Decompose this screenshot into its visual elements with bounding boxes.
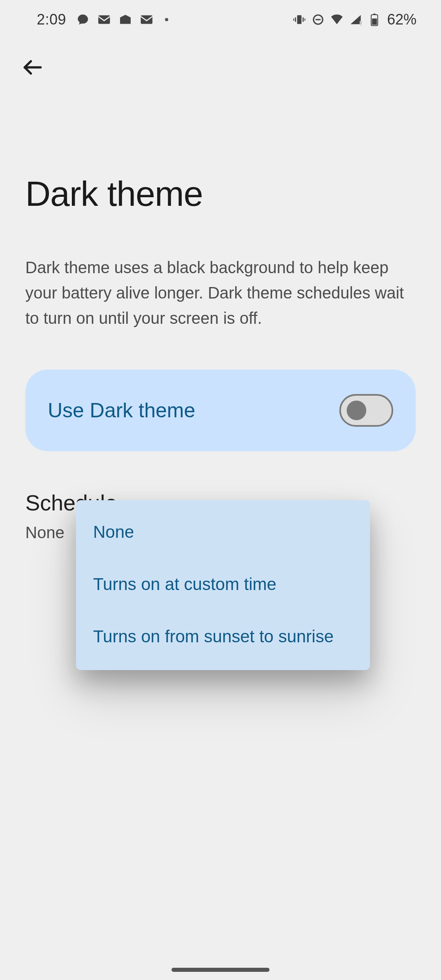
vibrate-icon [292,13,306,27]
svg-rect-3 [295,17,296,22]
svg-rect-13 [372,18,377,24]
mail-icon-2 [140,13,154,27]
wifi-icon [330,13,344,27]
status-bar: 2:09 ! 62% [0,0,441,39]
signal-icon: ! [349,13,363,27]
svg-rect-5 [293,18,294,20]
schedule-option-custom[interactable]: Turns on at custom time [76,558,370,610]
page-description: Dark theme uses a black background to he… [0,214,441,331]
battery-icon [368,13,381,27]
more-notifications-dot [165,18,168,21]
schedule-dropdown: None Turns on at custom time Turns on fr… [76,500,370,670]
svg-rect-2 [297,15,302,24]
mail-icon-1 [97,13,111,27]
schedule-option-none[interactable]: None [76,506,370,558]
nav-handle[interactable] [172,968,270,972]
schedule-option-sunset[interactable]: Turns on from sunset to sunrise [76,610,370,663]
svg-rect-6 [305,18,305,20]
dark-theme-toggle-card[interactable]: Use Dark theme [25,370,416,451]
svg-rect-0 [98,15,110,24]
page-title: Dark theme [0,80,441,214]
status-right: ! 62% [292,11,416,28]
status-time: 2:09 [37,11,66,28]
battery-percent: 62% [387,11,416,28]
dark-theme-toggle-label: Use Dark theme [48,399,195,422]
chat-icon [76,13,90,27]
svg-rect-12 [373,13,375,15]
svg-text:!: ! [360,20,361,25]
dnd-icon [311,13,325,27]
back-button[interactable] [20,55,45,80]
svg-rect-4 [303,17,304,22]
dark-theme-switch[interactable] [339,394,393,427]
status-left: 2:09 [37,11,168,28]
svg-rect-1 [141,15,153,24]
back-row [0,39,441,80]
switch-knob [347,401,366,420]
box-icon [118,13,132,27]
